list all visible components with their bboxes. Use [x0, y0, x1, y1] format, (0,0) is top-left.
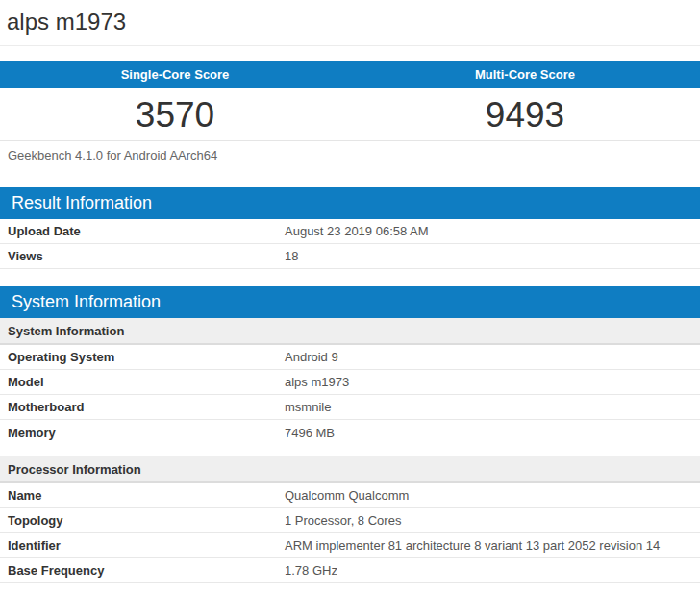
table-row: Identifier ARM implementer 81 architectu…	[0, 533, 700, 558]
row-value: msmnile	[285, 395, 700, 419]
table-row: Operating System Android 9	[0, 345, 700, 370]
page-title: alps m1973	[0, 0, 700, 45]
system-information-table: Operating System Android 9 Model alps m1…	[0, 345, 700, 445]
table-row: Base Frequency 1.78 GHz	[0, 558, 700, 583]
row-label: Identifier	[0, 533, 285, 557]
score-header-bar: Single-Core Score Multi-Core Score	[0, 61, 700, 88]
multi-core-score-value: 9493	[350, 88, 700, 140]
processor-information-subheading: Processor Information	[0, 456, 700, 483]
multi-core-score-label: Multi-Core Score	[350, 61, 700, 88]
row-value: 1 Processor, 8 Cores	[285, 508, 700, 532]
system-information-subheading: System Information	[0, 318, 700, 345]
row-label: Memory	[0, 421, 285, 445]
table-row: Memory 7496 MB	[0, 420, 700, 445]
title-divider	[0, 45, 700, 46]
processor-information-table: Name Qualcomm Qualcomm Topology 1 Proces…	[0, 483, 700, 583]
result-information-heading: Result Information	[0, 187, 700, 219]
table-row: Topology 1 Processor, 8 Cores	[0, 508, 700, 533]
result-information-table: Upload Date August 23 2019 06:58 AM View…	[0, 219, 700, 269]
row-label: Model	[0, 370, 285, 394]
result-information-section: Result Information Upload Date August 23…	[0, 187, 700, 269]
table-row: Upload Date August 23 2019 06:58 AM	[0, 219, 700, 244]
table-row: Name Qualcomm Qualcomm	[0, 483, 700, 508]
row-label: Topology	[0, 508, 285, 532]
row-label: Motherboard	[0, 395, 285, 419]
table-row: Model alps m1973	[0, 370, 700, 395]
row-value: August 23 2019 06:58 AM	[285, 219, 700, 243]
platform-note: Geekbench 4.1.0 for Android AArch64	[0, 141, 700, 169]
single-core-score-value: 3570	[0, 88, 350, 140]
system-information-section: System Information System Information Op…	[0, 286, 700, 583]
table-row: Views 18	[0, 244, 700, 269]
row-label: Upload Date	[0, 219, 285, 243]
geekbench-result-page: alps m1973 Single-Core Score Multi-Core …	[0, 0, 700, 583]
row-label: Operating System	[0, 345, 285, 369]
row-value: ARM implementer 81 architecture 8 varian…	[285, 533, 700, 557]
row-label: Name	[0, 483, 285, 507]
system-information-heading: System Information	[0, 286, 700, 318]
row-label: Base Frequency	[0, 558, 285, 582]
row-value: alps m1973	[285, 370, 700, 394]
group-gap	[0, 445, 700, 456]
row-value: 7496 MB	[285, 421, 700, 445]
row-value: 1.78 GHz	[285, 558, 700, 582]
row-label: Views	[0, 244, 285, 268]
row-value: Qualcomm Qualcomm	[285, 483, 700, 507]
single-core-score-label: Single-Core Score	[0, 61, 350, 88]
score-values: 3570 9493	[0, 88, 700, 141]
row-value: Android 9	[285, 345, 700, 369]
row-value: 18	[285, 244, 700, 268]
table-row: Motherboard msmnile	[0, 395, 700, 420]
